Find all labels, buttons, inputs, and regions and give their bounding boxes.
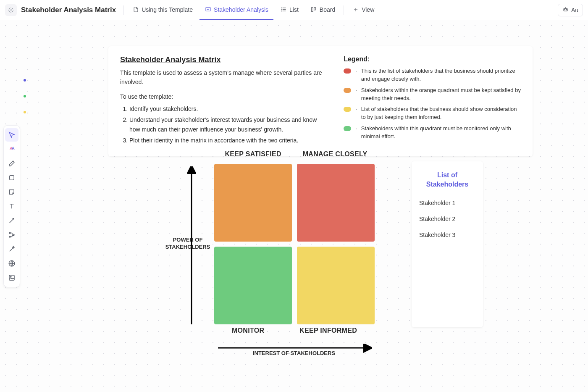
matrix-quadrants <box>214 164 375 324</box>
label-keep-informed: KEEP INFORMED <box>299 327 357 334</box>
step-item: Identify your stakeholders. <box>129 104 327 113</box>
text-tool[interactable] <box>5 200 18 213</box>
svg-point-17 <box>9 236 10 237</box>
sticky-color-hint <box>24 111 26 113</box>
tab-label: Stakeholder Analysis <box>214 6 268 13</box>
shape-tool[interactable] <box>5 171 18 184</box>
legend-text: List of stakeholders that the business s… <box>361 105 521 121</box>
add-view-button[interactable]: View <box>347 0 379 20</box>
matrix-top-labels: KEEP SATISFIED MANAGE CLOSELY <box>214 150 378 158</box>
tab-board[interactable]: Board <box>305 0 340 20</box>
robot-icon <box>562 6 569 14</box>
description-steps: Identify your stakeholders. Understand y… <box>120 104 327 145</box>
stakeholder-matrix[interactable]: KEEP SATISFIED MANAGE CLOSELY POWER OF S… <box>172 150 407 386</box>
swatch-yellow <box>344 107 351 112</box>
divider <box>344 5 344 15</box>
stakeholder-list-card[interactable]: List of Stakeholders Stakeholder 1 Stake… <box>412 161 483 327</box>
quadrant-keep-informed[interactable] <box>297 247 375 324</box>
page-title: Stakeholder Analysis Matrix <box>21 6 116 14</box>
app-logo[interactable] <box>5 4 17 16</box>
list-icon <box>280 6 287 13</box>
svg-point-5 <box>281 8 282 8</box>
web-tool[interactable] <box>5 257 18 270</box>
topbar: Stakeholder Analysis Matrix Using this T… <box>0 0 588 20</box>
swatch-green <box>344 126 351 131</box>
svg-rect-1 <box>205 8 210 11</box>
board-icon <box>310 6 317 13</box>
legend: Legend: · This is the list of stakeholde… <box>344 55 521 147</box>
cursor-tool[interactable] <box>5 128 18 142</box>
pen-tool[interactable] <box>5 157 18 170</box>
label-monitor: MONITOR <box>232 327 264 334</box>
tab-list[interactable]: List <box>275 0 304 20</box>
whiteboard-icon <box>205 6 211 13</box>
svg-rect-8 <box>312 8 313 12</box>
legend-item-red: · This is the list of stakeholders that … <box>344 67 521 83</box>
description-intro: This template is used to assess a system… <box>120 68 327 87</box>
magic-tool[interactable] <box>5 242 18 256</box>
automations-button[interactable]: Au <box>558 4 583 16</box>
step-item: Plot their identity in the matrix in acc… <box>129 136 327 145</box>
label-keep-satisfied: KEEP SATISFIED <box>225 150 281 158</box>
divider <box>123 5 124 15</box>
description-text: Stakeholder Analysis Matrix This templat… <box>120 55 327 147</box>
svg-point-13 <box>564 9 565 10</box>
sticky-note-tool[interactable] <box>5 185 18 199</box>
quadrant-keep-satisfied[interactable] <box>214 164 292 242</box>
legend-text: This is the list of stakeholders that th… <box>361 67 521 83</box>
image-tool[interactable] <box>5 271 18 284</box>
stakeholder-item[interactable]: Stakeholder 1 <box>419 200 475 206</box>
label-manage-closely: MANAGE CLOSELY <box>303 150 368 158</box>
stakeholder-item[interactable]: Stakeholder 3 <box>419 232 475 238</box>
stakeholder-item[interactable]: Stakeholder 2 <box>419 216 475 222</box>
doc-icon <box>132 6 139 13</box>
pen-color-hint <box>24 79 26 82</box>
matrix-bottom-labels: MONITOR KEEP INFORMED <box>214 327 375 334</box>
svg-rect-15 <box>10 175 14 180</box>
tab-label: Board <box>320 6 335 13</box>
stakeholder-list: Stakeholder 1 Stakeholder 2 Stakeholder … <box>419 200 475 238</box>
y-axis-label: POWER OF STAKEHOLDERS <box>165 237 211 251</box>
shape-color-hint <box>24 95 26 97</box>
svg-point-6 <box>281 9 282 10</box>
svg-point-14 <box>566 9 567 10</box>
legend-text: Stakeholders within this quadrant must b… <box>361 125 521 141</box>
step-item: Understand your stakeholder's interest t… <box>129 115 327 134</box>
drawing-toolbar <box>3 125 20 287</box>
legend-item-orange: · Stakeholders within the orange quadran… <box>344 87 521 103</box>
whiteboard-canvas[interactable]: Stakeholder Analysis Matrix This templat… <box>0 20 588 392</box>
svg-rect-20 <box>9 275 14 280</box>
tab-label: Using this Template <box>142 6 193 13</box>
svg-rect-9 <box>314 8 316 10</box>
quadrant-monitor[interactable] <box>214 247 292 324</box>
x-axis-label: INTEREST OF STAKEHOLDERS <box>216 350 372 357</box>
swatch-orange <box>344 88 351 93</box>
description-howto-lead: To use the template: <box>120 92 327 102</box>
legend-item-green: · Stakeholders within this quadrant must… <box>344 125 521 141</box>
plus-icon <box>352 6 359 13</box>
add-view-label: View <box>362 6 374 13</box>
legend-heading: Legend: <box>344 55 521 63</box>
svg-point-0 <box>10 9 12 11</box>
stakeholder-list-heading: List of Stakeholders <box>419 171 475 189</box>
description-card[interactable]: Stakeholder Analysis Matrix This templat… <box>108 46 533 156</box>
connector-tool[interactable] <box>5 214 18 227</box>
legend-text: Stakeholders within the orange quadrant … <box>361 87 521 103</box>
svg-point-7 <box>281 11 282 11</box>
tab-stakeholder-analysis[interactable]: Stakeholder Analysis <box>200 0 273 20</box>
svg-point-21 <box>10 276 11 277</box>
svg-point-18 <box>13 234 14 235</box>
swatch-red <box>344 68 351 74</box>
svg-point-16 <box>9 232 10 234</box>
ai-tool[interactable] <box>5 142 18 156</box>
tab-using-template[interactable]: Using this Template <box>127 0 198 20</box>
quadrant-manage-closely[interactable] <box>297 164 375 242</box>
automations-label: Au <box>571 7 578 13</box>
tab-label: List <box>289 6 299 13</box>
relationship-tool[interactable] <box>5 228 18 242</box>
legend-item-yellow: · List of stakeholders that the business… <box>344 105 521 121</box>
description-heading: Stakeholder Analysis Matrix <box>120 55 327 64</box>
